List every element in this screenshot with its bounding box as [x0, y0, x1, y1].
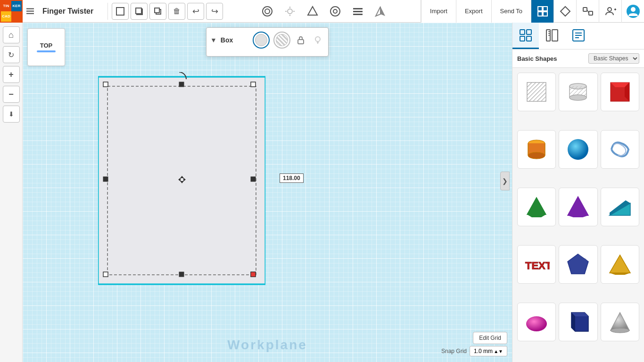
svg-rect-0: [26, 8, 34, 9]
import-button[interactable]: Import: [421, 0, 456, 23]
home-button[interactable]: ⌂: [3, 26, 20, 43]
edit-grid-button[interactable]: Edit Grid: [473, 332, 507, 344]
shape-item-torus[interactable]: [601, 130, 639, 169]
svg-marker-27: [561, 7, 570, 16]
codeblocks-button[interactable]: [576, 0, 599, 23]
svg-marker-100: [610, 255, 630, 273]
svg-point-16: [330, 7, 340, 16]
hole-type-button[interactable]: [273, 32, 290, 49]
solid-type-button[interactable]: [253, 32, 270, 49]
logo-ker: KER: [11, 1, 22, 11]
fit-view-button[interactable]: ⬇: [3, 106, 20, 123]
view-cube[interactable]: TOP: [27, 28, 65, 66]
export-button[interactable]: Export: [456, 0, 491, 23]
profile-button[interactable]: [621, 0, 644, 23]
svg-point-102: [526, 316, 547, 331]
shape-panel-controls: [253, 32, 324, 49]
align-button[interactable]: [348, 2, 367, 21]
svg-point-17: [333, 9, 337, 13]
shapes-panel-title: Basic Shapes: [517, 55, 588, 62]
tab-shapes[interactable]: [512, 23, 539, 49]
tab-notes[interactable]: [565, 23, 592, 49]
shape-item-pyramid-green[interactable]: [517, 188, 556, 226]
camera-button[interactable]: [258, 2, 277, 21]
view-cube-label: TOP: [40, 42, 53, 49]
svg-rect-23: [538, 7, 542, 11]
canvas-area[interactable]: TOP ▼ Box: [23, 23, 512, 362]
copy-button[interactable]: [131, 3, 148, 20]
shape-item-cylinder-orange[interactable]: [517, 130, 556, 169]
redo-button[interactable]: ↪: [206, 3, 223, 20]
left-tools: ⌂ ↻ + − ⬇: [0, 23, 23, 362]
svg-point-37: [315, 37, 320, 41]
shape-item-pentagon-blue[interactable]: [559, 245, 597, 284]
svg-rect-24: [543, 7, 547, 11]
shape-item-cone-gray[interactable]: [601, 303, 639, 341]
measure-button[interactable]: [326, 2, 345, 21]
svg-marker-15: [308, 7, 317, 15]
shape-item-pyramid-yellow[interactable]: [601, 245, 639, 284]
move-handle[interactable]: [176, 174, 188, 185]
svg-rect-20: [353, 14, 363, 15]
shape-item-cylinder[interactable]: [559, 73, 597, 111]
svg-point-9: [265, 9, 270, 14]
shape-item-box[interactable]: [517, 73, 556, 111]
shape-panel: ▼ Box: [206, 27, 329, 57]
svg-rect-18: [353, 8, 363, 9]
svg-rect-63: [520, 36, 525, 41]
shape-panel-arrow[interactable]: ▼: [210, 36, 217, 44]
svg-marker-101: [610, 273, 630, 275]
snap-value-input[interactable]: 1.0 mm ▲▼: [470, 346, 507, 356]
shapes-category-dropdown[interactable]: Basic Shapes: [588, 53, 639, 64]
view-cube-underline: [37, 50, 56, 52]
tinkercad-logo[interactable]: TIN KER CAD: [0, 0, 23, 23]
send-to-button[interactable]: Send To: [491, 0, 531, 23]
shape-item-box-navy[interactable]: [559, 303, 597, 341]
zoom-in-button[interactable]: +: [3, 66, 20, 83]
shape-item-wedge-teal[interactable]: [601, 188, 639, 226]
shape-toggle-button[interactable]: [303, 2, 322, 21]
view-toggle-button[interactable]: [23, 4, 38, 19]
build-view-button[interactable]: [553, 0, 576, 23]
svg-rect-5: [136, 8, 141, 14]
project-title[interactable]: Finger Twister: [42, 7, 93, 16]
workplane-button[interactable]: [112, 3, 129, 20]
delete-button[interactable]: 🗑: [168, 3, 185, 20]
svg-rect-1: [26, 10, 34, 11]
svg-rect-46: [179, 82, 184, 87]
tab-rulers[interactable]: [539, 23, 565, 49]
toolbar-center: [227, 2, 421, 21]
duplicate-button[interactable]: [149, 3, 166, 20]
shape-item-sphere-pink[interactable]: [517, 303, 556, 341]
shape-item-pyramid-purple[interactable]: [559, 188, 597, 226]
svg-marker-22: [376, 7, 380, 16]
lock-icon[interactable]: [294, 33, 307, 47]
3d-view-button[interactable]: [531, 0, 553, 23]
box-object[interactable]: [98, 72, 265, 287]
svg-rect-42: [103, 82, 108, 87]
mirror-button[interactable]: [371, 2, 390, 21]
bottom-controls: Edit Grid Snap Grid 1.0 mm ▲▼: [441, 332, 507, 356]
project-title-area: Finger Twister: [38, 7, 98, 16]
svg-text:TEXT: TEXT: [525, 260, 550, 272]
toolbar-right: Import Export Send To: [421, 0, 644, 23]
shape-item-sphere-blue[interactable]: [559, 130, 597, 169]
toolbar-left: 🗑 ↩ ↪: [107, 3, 227, 20]
orbit-button[interactable]: ↻: [3, 46, 20, 63]
light-button[interactable]: [281, 2, 299, 21]
add-user-button[interactable]: [599, 0, 621, 23]
shape-item-box-red[interactable]: [601, 73, 639, 111]
svg-rect-29: [589, 11, 593, 15]
zoom-out-button[interactable]: −: [3, 86, 20, 103]
svg-rect-36: [298, 40, 304, 44]
svg-rect-2: [26, 13, 34, 14]
svg-marker-21: [380, 7, 385, 16]
svg-marker-59: [178, 178, 181, 181]
collapse-panel-button[interactable]: ❯: [500, 172, 510, 190]
svg-rect-61: [520, 30, 525, 34]
svg-marker-58: [180, 181, 184, 183]
bulb-icon[interactable]: [311, 33, 324, 47]
svg-marker-92: [527, 197, 546, 217]
undo-button[interactable]: ↩: [187, 3, 204, 20]
shape-item-text[interactable]: TEXT: [517, 245, 556, 284]
